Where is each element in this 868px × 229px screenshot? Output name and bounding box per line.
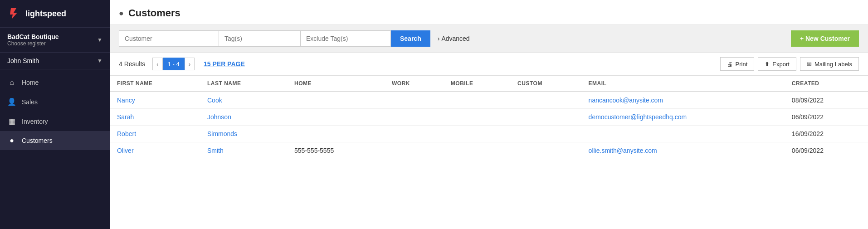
current-page: 1 - 4	[163, 58, 185, 70]
customer-mobile	[444, 142, 510, 159]
lightspeed-logo-icon	[7, 6, 22, 21]
customer-custom	[510, 92, 581, 109]
store-name: BadCat Boutique	[7, 33, 59, 40]
table-header-row: FIRST NAME LAST NAME HOME WORK MOBILE CU…	[110, 76, 868, 92]
customers-table: FIRST NAME LAST NAME HOME WORK MOBILE CU…	[110, 76, 868, 159]
customer-last-name[interactable]: Cook	[207, 97, 222, 104]
customer-created: 16/09/2022	[785, 126, 868, 142]
table-actions: 🖨 Print ⬆ Export ✉ Mailing Labels	[720, 57, 859, 71]
table-row: NancyCooknancancook@anysite.com08/09/202…	[110, 92, 868, 109]
user-chevron-icon: ▼	[97, 58, 102, 64]
customer-created: 08/09/2022	[785, 92, 868, 109]
customer-last-name[interactable]: Johnson	[207, 113, 231, 121]
sidebar-nav: ⌂ Home 👤 Sales ▦ Inventory ● Customers	[0, 69, 110, 229]
customer-created: 06/09/2022	[785, 142, 868, 159]
table-row: RobertSimmonds16/09/2022	[110, 126, 868, 142]
customer-mobile	[444, 126, 510, 142]
print-label: Print	[736, 61, 748, 68]
sidebar-item-inventory-label: Inventory	[22, 118, 48, 125]
sidebar-item-sales-label: Sales	[22, 98, 38, 106]
customer-first-name[interactable]: Oliver	[117, 147, 134, 154]
customer-home	[287, 126, 385, 142]
user-selector[interactable]: John Smith ▼	[0, 53, 110, 69]
table-row: OliverSmith555-555-5555ollie.smith@anysi…	[110, 142, 868, 159]
search-bar: Search › Advanced + New Customer	[110, 25, 868, 53]
sidebar: lightspeed BadCat Boutique Choose regist…	[0, 0, 110, 229]
inventory-icon: ▦	[7, 117, 16, 126]
mailing-label: Mailing Labels	[814, 61, 852, 68]
sidebar-logo: lightspeed	[0, 0, 110, 28]
customer-email	[581, 126, 785, 142]
col-first-name: FIRST NAME	[110, 76, 200, 92]
customer-custom	[510, 109, 581, 126]
export-icon: ⬆	[765, 61, 770, 68]
customer-home	[287, 92, 385, 109]
customer-last-name[interactable]: Smith	[207, 147, 224, 154]
home-icon: ⌂	[7, 78, 16, 87]
customer-mobile	[444, 92, 510, 109]
register-label: Choose register	[7, 40, 59, 47]
per-page-button[interactable]: 15 PER PAGE	[204, 60, 245, 68]
user-name: John Smith	[7, 57, 39, 64]
page-header: ● Customers	[110, 0, 868, 25]
col-home: HOME	[287, 76, 385, 92]
export-label: Export	[772, 61, 790, 68]
col-last-name: LAST NAME	[200, 76, 287, 92]
advanced-button[interactable]: › Advanced	[430, 30, 477, 47]
print-button[interactable]: 🖨 Print	[720, 57, 755, 71]
customer-search-input[interactable]	[119, 30, 219, 47]
customer-email[interactable]: ollie.smith@anysite.com	[589, 147, 657, 154]
advanced-label: Advanced	[441, 35, 469, 42]
page-header-icon: ●	[119, 9, 124, 18]
sidebar-item-inventory[interactable]: ▦ Inventory	[0, 112, 110, 131]
mail-icon: ✉	[807, 61, 812, 68]
search-button[interactable]: Search	[391, 30, 430, 47]
customer-email[interactable]: democustomer@lightspeedhq.com	[589, 113, 687, 121]
customer-last-name[interactable]: Simmonds	[207, 130, 237, 137]
customer-email[interactable]: nancancook@anysite.com	[589, 97, 663, 104]
logo-text: lightspeed	[25, 9, 66, 19]
customers-icon: ●	[7, 136, 16, 145]
col-email: EMAIL	[581, 76, 785, 92]
sidebar-item-customers[interactable]: ● Customers	[0, 131, 110, 150]
customer-mobile	[444, 109, 510, 126]
customer-custom	[510, 142, 581, 159]
sidebar-item-customers-label: Customers	[22, 137, 53, 144]
customer-home	[287, 109, 385, 126]
sidebar-item-home[interactable]: ⌂ Home	[0, 73, 110, 92]
table-header: FIRST NAME LAST NAME HOME WORK MOBILE CU…	[110, 76, 868, 92]
customers-table-container: FIRST NAME LAST NAME HOME WORK MOBILE CU…	[110, 76, 868, 229]
customers-tbody: NancyCooknancancook@anysite.com08/09/202…	[110, 92, 868, 159]
pagination: ‹ 1 - 4 ›	[152, 58, 195, 70]
results-count: 4 Results	[119, 60, 145, 68]
customer-created: 06/09/2022	[785, 109, 868, 126]
tags-input[interactable]	[219, 30, 300, 47]
col-created: CREATED	[785, 76, 868, 92]
customer-work	[385, 126, 444, 142]
customer-work	[385, 109, 444, 126]
new-customer-button[interactable]: + New Customer	[791, 30, 859, 47]
table-row: SarahJohnsondemocustomer@lightspeedhq.co…	[110, 109, 868, 126]
svg-marker-0	[10, 8, 17, 19]
exclude-tags-input[interactable]	[300, 30, 391, 47]
customer-first-name[interactable]: Nancy	[117, 97, 135, 104]
mailing-labels-button[interactable]: ✉ Mailing Labels	[800, 57, 859, 71]
page-title: Customers	[128, 7, 180, 19]
prev-page-button[interactable]: ‹	[152, 58, 162, 70]
col-mobile: MOBILE	[444, 76, 510, 92]
export-button[interactable]: ⬆ Export	[758, 57, 796, 71]
customer-work	[385, 142, 444, 159]
sidebar-item-home-label: Home	[22, 79, 39, 86]
col-work: WORK	[385, 76, 444, 92]
customer-custom	[510, 126, 581, 142]
col-custom: CUSTOM	[510, 76, 581, 92]
customer-first-name[interactable]: Sarah	[117, 113, 134, 121]
sidebar-item-sales[interactable]: 👤 Sales	[0, 92, 110, 112]
customer-first-name[interactable]: Robert	[117, 130, 136, 137]
store-selector[interactable]: BadCat Boutique Choose register ▼	[0, 28, 110, 53]
next-page-button[interactable]: ›	[185, 58, 195, 70]
customer-work	[385, 92, 444, 109]
advanced-chevron-icon: ›	[438, 35, 440, 42]
store-chevron-icon: ▼	[97, 37, 102, 43]
main-content: ● Customers Search › Advanced + New Cust…	[110, 0, 868, 229]
